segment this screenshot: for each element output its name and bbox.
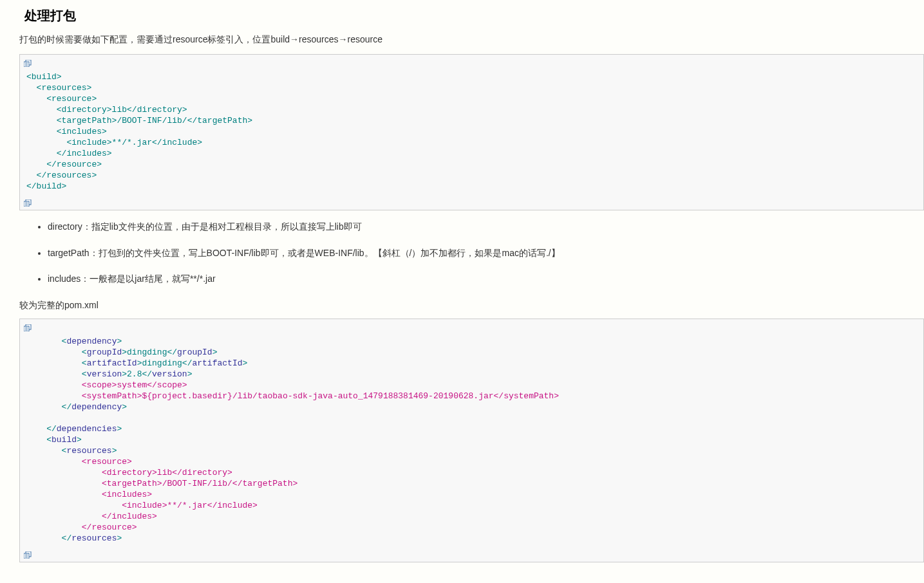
copy-icon bbox=[24, 60, 32, 67]
code-block-2: <dependency> <groupId>dingding</groupId>… bbox=[19, 319, 924, 562]
list-item-directory: directory：指定lib文件夹的位置，由于是相对工程根目录，所以直接写上l… bbox=[48, 219, 924, 234]
code-copy-top-2[interactable] bbox=[20, 320, 923, 333]
list-item-targetpath: targetPath：打包到的文件夹位置，写上BOOT-INF/lib即可，或者… bbox=[48, 246, 924, 260]
intro-text: 打包的时候需要做如下配置，需要通过resource标签引入，位置build→re… bbox=[19, 32, 924, 46]
copy-icon bbox=[24, 199, 32, 207]
code-block-1: <build> <resources> <resource> <director… bbox=[19, 54, 924, 210]
copy-icon bbox=[24, 324, 32, 331]
copy-icon bbox=[24, 551, 32, 559]
section-heading: 处理打包 bbox=[19, 5, 924, 26]
list-item-includes: includes：一般都是以jar结尾，就写**/*.jar bbox=[48, 272, 924, 286]
code-copy-bottom-2[interactable] bbox=[20, 548, 923, 560]
code-copy-top[interactable] bbox=[20, 56, 923, 69]
explanation-list: directory：指定lib文件夹的位置，由于是相对工程根目录，所以直接写上l… bbox=[19, 219, 924, 286]
sub-intro-text: 较为完整的pom.xml bbox=[19, 298, 924, 312]
code-copy-bottom[interactable] bbox=[20, 196, 923, 208]
code-content-1: <build> <resources> <resource> <director… bbox=[20, 69, 923, 196]
code-content-2: <dependency> <groupId>dingding</groupId>… bbox=[20, 333, 923, 548]
